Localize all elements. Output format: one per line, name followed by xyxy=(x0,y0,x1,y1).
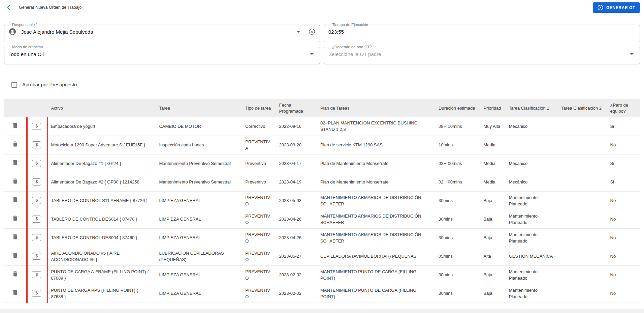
top-bar: Generar Nueva Orden de Trabajo GENERAR O… xyxy=(0,0,644,15)
cell-fecha: 2022-09-16 xyxy=(275,117,316,136)
trash-icon[interactable] xyxy=(12,289,19,296)
cell-duracion: 05mins xyxy=(434,247,479,265)
header-activo: Activo xyxy=(47,99,155,117)
cell-tipo: PREVENTIVO xyxy=(241,247,275,265)
table-row: $PUNTO DE CARGA A-FRAME (FILLING POINT) … xyxy=(4,265,640,284)
table-row: $TABLERO DE CONTROL S11 AFRAME { 87726 }… xyxy=(4,191,640,210)
budget-cell: $ xyxy=(26,247,47,265)
responsable-clear-icon[interactable] xyxy=(308,28,316,35)
header-tarea-clasificacion-2: Tarea Clasificación 2 xyxy=(557,99,606,117)
cell-duracion: 10mins xyxy=(434,136,479,154)
header-duracion-estimada: Duración estimada xyxy=(434,99,479,117)
cell-activo: TABLERO DE CONTROL S11 AFRAME { 87726 } xyxy=(47,191,155,210)
trash-icon[interactable] xyxy=(12,271,19,277)
cell-clasificacion2 xyxy=(557,265,606,284)
modo-creacion-value: Todo en una OT xyxy=(8,51,45,57)
dollar-icon[interactable]: $ xyxy=(32,234,41,241)
dollar-icon[interactable]: $ xyxy=(32,271,41,278)
tiempo-ejecucion-label: Tiempo de Ejecución xyxy=(332,23,368,27)
trash-icon[interactable] xyxy=(12,196,19,203)
cell-tipo: PREVENTIVO xyxy=(241,284,275,303)
cell-tipo: PREVENTIVO xyxy=(241,191,275,210)
modo-creacion-dropdown-caret-icon[interactable] xyxy=(310,53,314,55)
back-button[interactable] xyxy=(4,2,14,12)
cell-plan: MANTENIMIENTO PUNTO DE CARGA (FILLING PO… xyxy=(316,265,434,284)
table-row: $TABLERO DE CONTROL DES004 { 87460 }LIMP… xyxy=(4,228,640,247)
form-area: Responsable * Jose Alejandro Mejia Sepul… xyxy=(0,15,644,88)
cell-clasificacion2 xyxy=(557,154,606,173)
cell-clasificacion1: Mantenimiento Planeado xyxy=(505,228,557,247)
cell-tarea: Mantenimiento Preventivo Semestral xyxy=(155,154,241,173)
trash-icon[interactable] xyxy=(12,122,19,129)
person-icon xyxy=(8,28,17,36)
cell-prioridad: Media xyxy=(479,173,505,191)
cell-activo: Alimentador De Bagazo #1 { GP24 } xyxy=(47,154,155,173)
trash-icon[interactable] xyxy=(12,178,19,184)
responsable-value: Jose Alejandro Mejia Sepulveda xyxy=(21,29,93,35)
table-row: $TABLERO DE CONTROL DES014 { 87470 }LIMP… xyxy=(4,210,640,228)
dollar-icon[interactable]: $ xyxy=(32,123,41,130)
budget-cell: $ xyxy=(26,265,47,284)
delete-cell xyxy=(4,117,26,136)
cell-duracion: 30mins xyxy=(434,284,479,303)
cell-duracion: 08H 10mins xyxy=(434,117,479,136)
cell-paro: No xyxy=(606,210,640,228)
dollar-icon[interactable]: $ xyxy=(32,253,41,260)
cell-clasificacion1: Mantenimiento Planeado xyxy=(505,210,557,228)
depende-ot-dropdown-caret-icon[interactable] xyxy=(630,53,634,55)
budget-cell: $ xyxy=(26,136,47,154)
cell-prioridad: Media xyxy=(479,154,505,173)
page-title: Generar Nueva Orden de Trabajo xyxy=(19,5,82,10)
dollar-icon[interactable]: $ xyxy=(32,178,41,186)
cell-clasificacion2 xyxy=(557,284,606,303)
dollar-icon[interactable]: $ xyxy=(32,290,41,297)
cell-clasificacion2 xyxy=(557,228,606,247)
cell-tarea: LUBRICACION CEPILLADORAS (PEQUEÑAS) xyxy=(155,247,241,265)
cell-prioridad: Baja xyxy=(479,265,505,284)
delete-cell xyxy=(4,247,26,265)
budget-cell: $ xyxy=(26,173,47,191)
cell-plan: MANTENIMIENTO ARMARIOS DE DISTRIBUCIÓN S… xyxy=(316,228,434,247)
cell-plan: Plan de Mantenimiento Monserrate xyxy=(316,173,434,191)
header-tarea-clasificacion-1: Tarea Clasificación 1 xyxy=(505,99,557,117)
table-row: $AIRE ACONDICIONADO #5 { AIRE ACONDICION… xyxy=(4,247,640,265)
cell-paro: No xyxy=(606,228,640,247)
red-indicator-bar-right xyxy=(47,117,48,303)
cell-paro: Si xyxy=(606,173,640,191)
delete-cell xyxy=(4,265,26,284)
cell-clasificacion1: GESTION MECANICA xyxy=(505,247,557,265)
dollar-icon[interactable]: $ xyxy=(32,216,41,223)
tiempo-ejecucion-field[interactable]: Tiempo de Ejecución xyxy=(324,23,640,42)
generar-ot-button[interactable]: GENERAR OT xyxy=(593,2,640,13)
responsable-dropdown-caret-icon[interactable] xyxy=(297,31,300,33)
trash-icon[interactable] xyxy=(12,159,19,166)
cell-paro: No xyxy=(606,284,640,303)
approve-budget-checkbox[interactable] xyxy=(11,82,17,88)
cell-clasificacion2 xyxy=(557,136,606,154)
cell-clasificacion2 xyxy=(557,210,606,228)
header-paro-de-equipo: ¿Paro de equipo? xyxy=(606,99,640,117)
cell-clasificacion1: Mantenimiento Planeado xyxy=(505,191,557,210)
trash-icon[interactable] xyxy=(12,141,19,147)
responsable-field[interactable]: Responsable * Jose Alejandro Mejia Sepul… xyxy=(4,23,320,42)
dollar-icon[interactable]: $ xyxy=(32,197,41,204)
dollar-icon[interactable]: $ xyxy=(32,141,41,148)
cell-activo: PUNTO DE CARGA PPS (FILLING POINT) { 876… xyxy=(47,284,155,303)
budget-cell: $ xyxy=(26,228,47,247)
cell-tarea: CAMBIO DE MOTOR xyxy=(155,117,241,136)
trash-icon[interactable] xyxy=(12,233,19,240)
header-tipo-de-tarea: Tipo de tarea xyxy=(241,99,275,117)
depende-ot-field[interactable]: ¿Depende de otra OT? Seleccione la OT pa… xyxy=(324,45,640,64)
responsable-label: Responsable * xyxy=(12,23,37,27)
modo-creacion-field[interactable]: Modo de creación Todo en una OT xyxy=(4,45,320,64)
dollar-icon[interactable]: $ xyxy=(32,160,41,167)
cell-clasificacion1: Mantenimiento Planeado xyxy=(505,265,557,284)
cell-prioridad: Media xyxy=(479,136,505,154)
budget-cell: $ xyxy=(26,284,47,303)
cell-duracion: 30mins xyxy=(434,191,479,210)
trash-icon[interactable] xyxy=(12,252,19,259)
depende-ot-placeholder: Seleccione la OT padre xyxy=(328,51,381,57)
cell-prioridad: Baja xyxy=(479,210,505,228)
tiempo-ejecucion-input[interactable] xyxy=(328,29,636,35)
trash-icon[interactable] xyxy=(12,215,19,222)
